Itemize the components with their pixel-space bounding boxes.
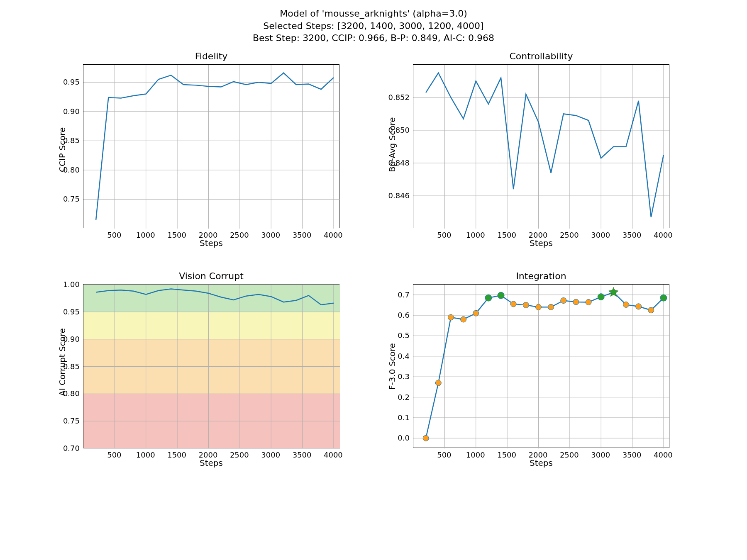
xtick-label: 4000 bbox=[324, 450, 343, 459]
ytick-label: 1.00 bbox=[51, 280, 80, 289]
ytick-label: 0.7 bbox=[381, 290, 410, 299]
xtick-label: 3500 bbox=[293, 450, 312, 459]
svg-point-70 bbox=[573, 299, 579, 305]
svg-point-77 bbox=[598, 294, 604, 300]
ytick-label: 0.75 bbox=[51, 416, 80, 425]
svg-point-74 bbox=[648, 307, 654, 313]
ytick-label: 0.80 bbox=[51, 389, 80, 398]
plot-vision bbox=[83, 285, 340, 448]
ytick-label: 0.3 bbox=[381, 372, 410, 381]
xtick-label: 2500 bbox=[230, 231, 249, 239]
xtick-label: 1500 bbox=[497, 450, 516, 459]
svg-point-63 bbox=[461, 317, 466, 322]
xtick-label: 3500 bbox=[622, 450, 642, 459]
suptitle-line1: Model of 'mousse_arknights' (alpha=3.0) bbox=[0, 7, 747, 20]
svg-point-62 bbox=[448, 314, 454, 320]
xtick-label: 500 bbox=[107, 450, 121, 459]
svg-point-66 bbox=[523, 302, 529, 308]
ytick-label: 0.70 bbox=[51, 444, 80, 453]
ytick-label: 0.1 bbox=[381, 413, 410, 421]
figure-suptitle: Model of 'mousse_arknights' (alpha=3.0) … bbox=[0, 7, 747, 44]
ytick-label: 0.2 bbox=[381, 392, 410, 401]
svg-point-72 bbox=[623, 302, 629, 307]
panel-title-fidelity: Fidelity bbox=[83, 51, 339, 61]
panel-fidelity: Fidelity Steps CCIP Score 50010001500200… bbox=[83, 64, 339, 228]
panel-controllability: Controllability Steps Bp-Avg Score 50010… bbox=[413, 64, 669, 228]
panel-vision: Vision Corrupt Steps AI Corrupt Score 50… bbox=[83, 284, 339, 448]
panel-integration: Integration Steps F-3.0 Score 5001000150… bbox=[413, 284, 669, 448]
xlabel-integration: Steps bbox=[413, 458, 669, 468]
svg-point-61 bbox=[435, 380, 441, 386]
xtick-label: 3000 bbox=[591, 231, 610, 239]
xtick-label: 2000 bbox=[199, 231, 218, 239]
ytick-label: 0.846 bbox=[381, 191, 410, 200]
ytick-label: 0.852 bbox=[381, 93, 410, 102]
axes-integration bbox=[413, 284, 669, 448]
suptitle-line3: Best Step: 3200, CCIP: 0.966, B-P: 0.849… bbox=[0, 32, 747, 44]
xtick-label: 1500 bbox=[497, 231, 516, 239]
svg-point-60 bbox=[423, 435, 429, 441]
plot-fidelity bbox=[83, 65, 340, 229]
ytick-label: 0.85 bbox=[51, 362, 80, 370]
xtick-label: 1000 bbox=[466, 231, 485, 239]
ytick-label: 0.90 bbox=[51, 107, 80, 115]
xtick-label: 2500 bbox=[560, 450, 579, 459]
plot-integration bbox=[413, 285, 670, 448]
xtick-label: 4000 bbox=[654, 450, 673, 459]
svg-rect-27 bbox=[83, 312, 340, 339]
svg-point-64 bbox=[473, 310, 479, 316]
svg-point-71 bbox=[586, 299, 591, 305]
xtick-label: 3000 bbox=[261, 231, 280, 239]
ytick-label: 0.90 bbox=[51, 334, 80, 343]
ytick-label: 0.4 bbox=[381, 351, 410, 360]
panel-title-controllability: Controllability bbox=[413, 51, 669, 61]
ytick-label: 0.95 bbox=[51, 78, 80, 86]
suptitle-line2: Selected Steps: [3200, 1400, 3000, 1200,… bbox=[0, 20, 747, 32]
axes-fidelity bbox=[83, 64, 339, 228]
xtick-label: 1500 bbox=[167, 231, 186, 239]
xtick-label: 2000 bbox=[529, 450, 548, 459]
xtick-label: 4000 bbox=[324, 231, 343, 239]
xtick-label: 3000 bbox=[261, 450, 280, 459]
ytick-label: 0.0 bbox=[381, 433, 410, 442]
ytick-label: 0.848 bbox=[381, 158, 410, 167]
xtick-label: 500 bbox=[437, 450, 451, 459]
ytick-label: 0.6 bbox=[381, 311, 410, 319]
xlabel-fidelity: Steps bbox=[83, 238, 339, 248]
svg-point-65 bbox=[510, 301, 516, 307]
figure: Model of 'mousse_arknights' (alpha=3.0) … bbox=[0, 0, 747, 560]
xtick-label: 2500 bbox=[560, 231, 579, 239]
svg-point-67 bbox=[535, 304, 541, 310]
xlabel-vision: Steps bbox=[83, 458, 339, 468]
axes-controllability bbox=[413, 64, 669, 228]
xtick-label: 2000 bbox=[199, 450, 218, 459]
ylabel-integration: F-3.0 Score bbox=[387, 343, 397, 390]
svg-point-69 bbox=[561, 298, 566, 304]
xtick-label: 3500 bbox=[293, 231, 312, 239]
xlabel-controllability: Steps bbox=[413, 238, 669, 248]
xtick-label: 1000 bbox=[466, 450, 485, 459]
svg-point-68 bbox=[548, 304, 554, 310]
panel-title-vision: Vision Corrupt bbox=[83, 271, 339, 281]
svg-point-76 bbox=[498, 292, 504, 299]
ytick-label: 0.5 bbox=[381, 331, 410, 340]
xtick-label: 2000 bbox=[529, 231, 548, 239]
svg-point-75 bbox=[485, 295, 492, 301]
plot-controllability bbox=[413, 65, 670, 229]
svg-point-73 bbox=[636, 304, 642, 309]
xtick-label: 500 bbox=[107, 231, 121, 239]
ytick-label: 0.80 bbox=[51, 165, 80, 174]
xtick-label: 1000 bbox=[136, 231, 155, 239]
ytick-label: 0.850 bbox=[381, 126, 410, 134]
axes-vision bbox=[83, 284, 339, 448]
xtick-label: 1500 bbox=[167, 450, 186, 459]
xtick-label: 3500 bbox=[622, 231, 642, 239]
xtick-label: 2500 bbox=[230, 450, 249, 459]
svg-point-78 bbox=[660, 295, 667, 301]
xtick-label: 3000 bbox=[591, 450, 610, 459]
xtick-label: 500 bbox=[437, 231, 451, 239]
panel-title-integration: Integration bbox=[413, 271, 669, 281]
xtick-label: 1000 bbox=[136, 450, 155, 459]
xtick-label: 4000 bbox=[654, 231, 673, 239]
ytick-label: 0.95 bbox=[51, 307, 80, 316]
